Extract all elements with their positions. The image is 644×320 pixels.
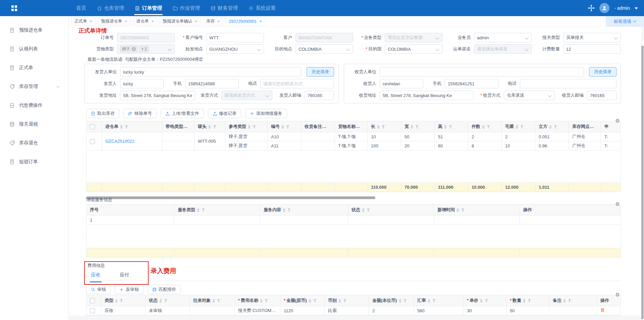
unaudit-button[interactable]: 反审核 (115, 285, 144, 294)
close-tab-icon[interactable] (217, 19, 220, 24)
shipper-address-input[interactable] (120, 91, 195, 100)
col-fee-name[interactable]: 费用名称 (235, 295, 280, 306)
shipper-unit-input[interactable] (120, 67, 301, 77)
select-all-cell[interactable] (87, 121, 102, 132)
col-service-type[interactable]: 服务类型 (174, 204, 260, 216)
col-created-time[interactable]: 新增时间 (434, 204, 520, 216)
upload-view-files-button[interactable]: 上传/查看文件 (161, 109, 204, 118)
shipper-phone-input[interactable] (260, 79, 334, 88)
sidebar-item-inventory-mgmt[interactable]: 库存管理 (0, 77, 68, 96)
delete-fee-icon[interactable] (600, 308, 605, 313)
col-weight[interactable]: 毛重 (502, 121, 535, 132)
row-checkbox-cell[interactable] (87, 132, 102, 150)
select-all-checkbox[interactable] (90, 124, 95, 129)
filter-funnel-icon[interactable] (367, 209, 370, 212)
shipper-history-button[interactable]: 历史填录 (307, 67, 334, 77)
sidebar-item-short-haul[interactable]: 短驳订单 (0, 152, 68, 171)
sort-carets-icon[interactable] (482, 125, 485, 129)
tab-inventory[interactable]: 库存 (203, 17, 223, 26)
filter-funnel-icon[interactable] (528, 299, 531, 303)
col-fee-status[interactable]: 状态 (146, 295, 190, 306)
select-all-checkbox[interactable] (90, 298, 95, 303)
user-avatar[interactable] (599, 3, 609, 13)
select-all-cell[interactable] (87, 295, 101, 306)
filter-funnel-icon[interactable] (432, 299, 436, 303)
tab-formal-order[interactable]: 正式单 (71, 17, 96, 26)
filter-funnel-icon[interactable] (362, 125, 365, 129)
table-settings-gear-icon[interactable] (615, 292, 620, 297)
col-goods-name[interactable]: 货物名称 (335, 121, 368, 132)
col-rate[interactable]: 汇率 (414, 295, 464, 306)
destination-select[interactable]: COLOMBIA (296, 44, 353, 54)
scrollbar-thumb[interactable] (641, 46, 644, 319)
remove-tag-icon[interactable] (132, 47, 136, 51)
filter-funnel-icon[interactable] (449, 125, 452, 129)
charge-qty-input[interactable] (563, 44, 621, 54)
filter-funnel-icon[interactable] (164, 299, 167, 303)
consignee-mobile-input[interactable] (445, 79, 498, 88)
sort-carets-icon[interactable] (338, 299, 341, 303)
sort-carets-icon[interactable] (281, 125, 284, 129)
sort-carets-icon[interactable] (260, 299, 263, 303)
customs-type-select[interactable]: 买单报关 (563, 33, 621, 42)
sort-carets-icon[interactable] (309, 299, 311, 303)
sort-carets-icon[interactable] (411, 125, 413, 129)
col-fee-type[interactable]: 类型 (101, 295, 146, 306)
col-stock-site[interactable]: 库存网点 (569, 121, 601, 132)
col-battery-type[interactable]: 带电类型 (162, 121, 195, 132)
origin-select[interactable]: GUANGZHOU (206, 44, 264, 54)
tab-inbound[interactable]: 进仓单 (133, 17, 157, 26)
consignee-method-select[interactable]: 仓库派送 (504, 91, 555, 100)
col-status[interactable]: 状态 (348, 204, 434, 216)
consignee-name-input[interactable] (380, 79, 423, 88)
col-receive-remark[interactable]: 收货备注 (301, 121, 335, 132)
sidebar-item-inventory-return[interactable]: 库存退仓 (0, 134, 68, 152)
col-service-content[interactable]: 服务内容 (260, 204, 348, 216)
col-cbm[interactable]: 立方 (535, 121, 569, 132)
salesman-select[interactable]: admin (474, 33, 532, 42)
filter-funnel-icon[interactable] (554, 125, 557, 129)
col-inbound-order[interactable]: 进仓单 (102, 121, 162, 132)
col-ref-type[interactable]: 参考类型 (225, 121, 268, 132)
sort-carets-icon[interactable] (523, 299, 526, 303)
table-settings-gear-icon[interactable] (615, 118, 620, 123)
menu-finance[interactable]: 财务管理 (205, 0, 243, 16)
menu-warehouse[interactable]: 仓库管理 (92, 0, 129, 16)
filter-funnel-icon[interactable] (213, 125, 216, 129)
filter-funnel-icon[interactable] (328, 125, 332, 129)
filter-funnel-icon[interactable] (190, 125, 193, 129)
sort-carets-icon[interactable] (208, 125, 211, 129)
filter-funnel-icon[interactable] (313, 299, 317, 303)
shipper-name-input[interactable] (120, 79, 164, 88)
filter-funnel-icon[interactable] (286, 125, 289, 129)
sidebar-item-customs-refund[interactable]: 报关退税 (0, 115, 68, 134)
user-menu[interactable]: - admin (614, 5, 630, 11)
filter-funnel-icon[interactable] (485, 299, 488, 303)
consignee-zip-input[interactable] (587, 91, 616, 100)
sort-carets-icon[interactable] (159, 299, 162, 303)
sort-carets-icon[interactable] (399, 299, 401, 303)
consignee-history-button[interactable]: 历史填录 (589, 67, 616, 77)
sort-carets-icon[interactable] (212, 299, 215, 303)
apps-grid-icon[interactable] (11, 5, 17, 11)
sidebar-item-advance-fee[interactable]: 代垫费操作 (0, 96, 68, 115)
close-tab-icon[interactable] (260, 19, 262, 24)
menu-home[interactable]: 首页 (71, 0, 92, 16)
inbound-order-link[interactable]: GZCA2510022 (105, 139, 135, 144)
sort-carets-icon[interactable] (444, 125, 447, 129)
col-code[interactable]: 编号 (268, 121, 301, 132)
filter-funnel-icon[interactable] (520, 125, 524, 129)
consignee-unit-input[interactable] (380, 67, 584, 77)
filter-funnel-icon[interactable] (415, 125, 419, 129)
col-qty[interactable]: 数量 (506, 295, 549, 306)
sidebar-item-forecast-inbound[interactable]: 预报进仓单 (0, 21, 68, 40)
col-pieces[interactable]: 件数 (468, 121, 502, 132)
add-vas-button[interactable]: 添加增值服务 (245, 109, 287, 118)
sort-carets-icon[interactable] (457, 208, 459, 212)
sort-carets-icon[interactable] (362, 208, 365, 212)
edit-record-button[interactable]: 修改记录 (208, 109, 241, 118)
col-remark[interactable]: 备注 (549, 295, 597, 306)
sort-carets-icon[interactable] (197, 208, 200, 212)
customer-code-input[interactable] (206, 33, 264, 42)
shipper-zip-input[interactable] (305, 91, 334, 100)
